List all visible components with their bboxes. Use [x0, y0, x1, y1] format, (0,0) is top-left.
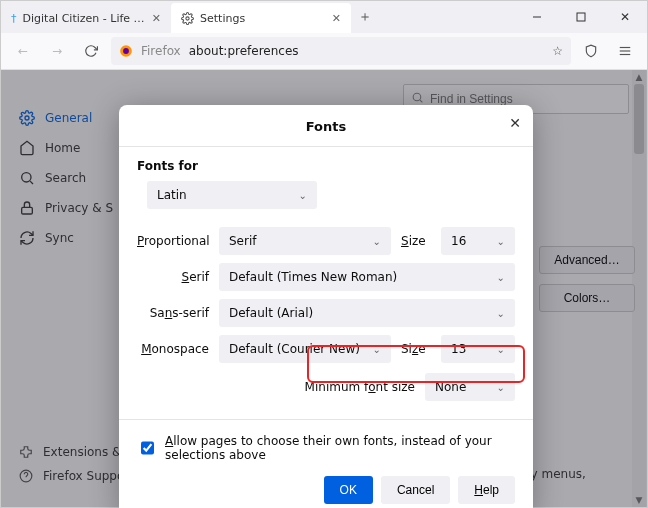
- sans-value: Default (Arial): [229, 306, 313, 320]
- svg-rect-2: [577, 13, 585, 21]
- browser-tab-background[interactable]: † Digital Citizen - Life in a digital ✕: [1, 3, 171, 33]
- minfont-value: None: [435, 380, 466, 394]
- size-label: Size: [401, 234, 431, 248]
- minfont-label: Minimum font size: [305, 380, 415, 394]
- ok-button[interactable]: OK: [324, 476, 373, 504]
- chevron-down-icon: ⌄: [373, 236, 381, 247]
- address-brand: Firefox: [141, 44, 181, 58]
- size-label: Size: [401, 342, 431, 356]
- chevron-down-icon: ⌄: [299, 190, 307, 201]
- browser-tab-active[interactable]: Settings ✕: [171, 3, 351, 33]
- chevron-down-icon: ⌄: [497, 308, 505, 319]
- svg-point-0: [186, 16, 189, 19]
- shield-icon[interactable]: [577, 37, 605, 65]
- proportional-size-select[interactable]: 16 ⌄: [441, 227, 515, 255]
- size-value: 13: [451, 342, 466, 356]
- size-value: 16: [451, 234, 466, 248]
- dialog-title: Fonts: [137, 119, 515, 134]
- bookmark-icon[interactable]: ☆: [552, 44, 563, 58]
- close-dialog-button[interactable]: ✕: [509, 115, 521, 131]
- cancel-button[interactable]: Cancel: [381, 476, 450, 504]
- language-select[interactable]: Latin ⌄: [147, 181, 317, 209]
- minfont-select[interactable]: None ⌄: [425, 373, 515, 401]
- reload-button[interactable]: [77, 37, 105, 65]
- sans-label: Sans-serif: [137, 306, 209, 320]
- allow-pages-label: Allow pages to choose their own fonts, i…: [165, 434, 515, 462]
- back-button[interactable]: ←: [9, 37, 37, 65]
- allow-pages-checkbox-row[interactable]: Allow pages to choose their own fonts, i…: [137, 434, 515, 462]
- language-value: Latin: [157, 188, 187, 202]
- svg-point-4: [123, 48, 129, 54]
- close-window-button[interactable]: ✕: [603, 1, 647, 33]
- tab-title: Settings: [200, 12, 245, 25]
- forward-button[interactable]: →: [43, 37, 71, 65]
- mono-select[interactable]: Default (Courier New) ⌄: [219, 335, 391, 363]
- chevron-down-icon: ⌄: [497, 382, 505, 393]
- proportional-value: Serif: [229, 234, 257, 248]
- tab-title: Digital Citizen - Life in a digital: [23, 12, 146, 25]
- address-url: about:preferences: [189, 44, 299, 58]
- fonts-for-label: Fonts for: [137, 159, 515, 173]
- fonts-dialog: Fonts ✕ Fonts for Latin ⌄ Proportional S…: [119, 105, 533, 508]
- chevron-down-icon: ⌄: [497, 344, 505, 355]
- allow-pages-checkbox[interactable]: [141, 441, 154, 455]
- tab-favicon: †: [11, 12, 17, 25]
- firefox-icon: [119, 44, 133, 58]
- titlebar: † Digital Citizen - Life in a digital ✕ …: [1, 1, 647, 33]
- close-icon[interactable]: ✕: [332, 12, 341, 25]
- serif-select[interactable]: Default (Times New Roman) ⌄: [219, 263, 515, 291]
- mono-label: Monospace: [137, 342, 209, 356]
- gear-icon: [181, 12, 194, 25]
- serif-value: Default (Times New Roman): [229, 270, 397, 284]
- menu-button[interactable]: [611, 37, 639, 65]
- maximize-button[interactable]: [559, 1, 603, 33]
- mono-value: Default (Courier New): [229, 342, 360, 356]
- minimize-button[interactable]: [515, 1, 559, 33]
- chevron-down-icon: ⌄: [497, 272, 505, 283]
- help-button[interactable]: Help: [458, 476, 515, 504]
- address-bar[interactable]: Firefox about:preferences ☆: [111, 37, 571, 65]
- proportional-select[interactable]: Serif ⌄: [219, 227, 391, 255]
- close-icon[interactable]: ✕: [152, 12, 161, 25]
- serif-label: Serif: [137, 270, 209, 284]
- toolbar: ← → Firefox about:preferences ☆: [1, 33, 647, 70]
- new-tab-button[interactable]: ＋: [351, 8, 379, 26]
- mono-size-select[interactable]: 13 ⌄: [441, 335, 515, 363]
- sans-select[interactable]: Default (Arial) ⌄: [219, 299, 515, 327]
- chevron-down-icon: ⌄: [373, 344, 381, 355]
- proportional-label: Proportional: [137, 234, 209, 248]
- chevron-down-icon: ⌄: [497, 236, 505, 247]
